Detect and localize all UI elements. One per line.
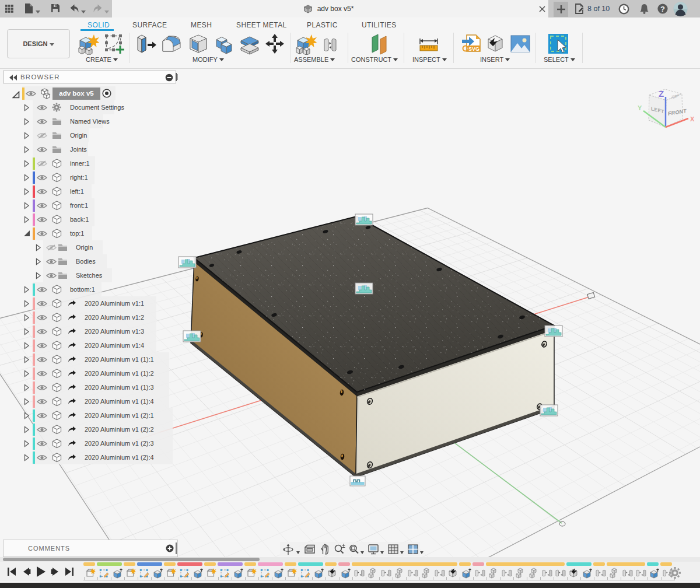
svg-text:Z: Z: [659, 89, 664, 99]
svg-text:?: ?: [660, 5, 665, 13]
svg-text:SVG: SVG: [468, 46, 480, 52]
svg-text:Y: Y: [638, 104, 642, 111]
svg-text:X: X: [690, 116, 695, 123]
